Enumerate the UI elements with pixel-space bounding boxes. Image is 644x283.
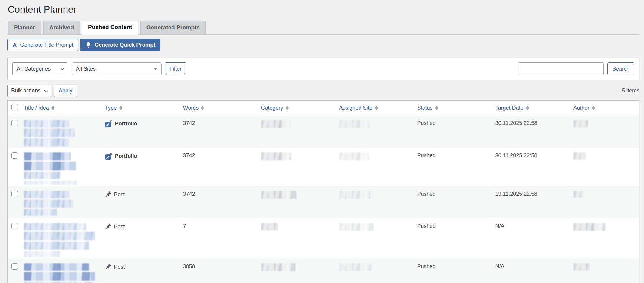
category-cell bbox=[261, 186, 339, 218]
prompt-buttons-row: A Generate Title Prompt Generate Quick P… bbox=[7, 39, 639, 51]
column-label: Assigned Site bbox=[339, 105, 373, 111]
pushed-content-table: Title / IdeaTypeWordsCategoryAssigned Si… bbox=[7, 100, 639, 283]
table-row: Post3742Pushed19.11.2025 22:58 bbox=[8, 186, 639, 218]
row-select-cell bbox=[8, 186, 23, 218]
search-button[interactable]: Search bbox=[607, 62, 634, 75]
column-label: Category bbox=[261, 105, 283, 111]
post-pin-icon bbox=[105, 263, 112, 270]
tab-archived[interactable]: Archived bbox=[43, 21, 80, 34]
row-checkbox[interactable] bbox=[12, 152, 18, 159]
search-input[interactable] bbox=[518, 62, 604, 75]
sort-arrows-icon bbox=[526, 106, 529, 110]
filter-button[interactable]: Filter bbox=[165, 62, 186, 75]
title-idea-cell bbox=[23, 115, 104, 148]
column-header-status: Status bbox=[417, 101, 495, 115]
type-cell: Portfolio bbox=[104, 115, 182, 148]
title-redacted-link[interactable] bbox=[24, 223, 102, 257]
title-idea-cell bbox=[23, 259, 104, 283]
sort-arrows-icon bbox=[375, 106, 378, 110]
row-checkbox[interactable] bbox=[12, 263, 18, 270]
author-cell bbox=[573, 218, 639, 259]
type-label: Post bbox=[114, 263, 125, 270]
tab-generated-prompts[interactable]: Generated Prompts bbox=[140, 21, 206, 34]
letter-a-icon: A bbox=[12, 42, 17, 48]
column-label: Status bbox=[417, 105, 433, 111]
tablenav-top: Bulk actions Apply 5 items bbox=[7, 85, 639, 97]
assigned-site-cell bbox=[339, 259, 417, 283]
tab-planner[interactable]: Planner bbox=[8, 21, 41, 34]
portfolio-icon bbox=[105, 152, 113, 160]
title-redacted-link[interactable] bbox=[24, 120, 102, 146]
category-cell bbox=[261, 259, 339, 283]
category-cell bbox=[261, 115, 339, 148]
generate-title-prompt-button[interactable]: A Generate Title Prompt bbox=[7, 39, 78, 51]
tab-pushed-content[interactable]: Pushed Content bbox=[82, 21, 138, 35]
portfolio-icon bbox=[105, 120, 113, 128]
sites-select-value: All Sites bbox=[76, 66, 96, 72]
select-all-checkbox[interactable] bbox=[12, 104, 18, 110]
category-redacted bbox=[261, 263, 296, 271]
target-date-value: 30.11.2025 22:58 bbox=[495, 115, 573, 148]
column-label: Title / Idea bbox=[24, 105, 49, 111]
author-cell bbox=[573, 186, 639, 218]
words-value: 3058 bbox=[182, 259, 261, 283]
type-label: Post bbox=[114, 223, 125, 230]
table-row: Portfolio3742Pushed30.11.2025 22:58 bbox=[8, 115, 639, 148]
assigned-site-redacted bbox=[339, 263, 371, 271]
sort-link-status[interactable]: Status bbox=[417, 105, 438, 111]
assigned-site-redacted bbox=[339, 152, 369, 160]
chevron-down-icon bbox=[60, 66, 64, 70]
title-idea-cell bbox=[23, 148, 104, 186]
column-header-words: Words bbox=[182, 101, 261, 115]
sort-link-assigned-site[interactable]: Assigned Site bbox=[339, 105, 378, 111]
chevron-down-icon bbox=[44, 88, 48, 92]
sort-link-title-idea[interactable]: Title / Idea bbox=[24, 105, 54, 111]
row-checkbox[interactable] bbox=[12, 223, 18, 229]
assigned-site-cell bbox=[339, 186, 417, 218]
words-value: 3742 bbox=[182, 115, 261, 148]
generate-quick-prompt-button[interactable]: Generate Quick Prompt bbox=[80, 39, 160, 51]
sort-link-author[interactable]: Author bbox=[573, 105, 595, 111]
sort-link-target-date[interactable]: Target Date bbox=[495, 105, 529, 111]
category-redacted bbox=[261, 223, 278, 230]
category-cell bbox=[261, 218, 339, 259]
content-planner-page: Content Planner PlannerArchivedPushed Co… bbox=[0, 0, 644, 283]
post-pin-icon bbox=[105, 191, 112, 198]
target-date-value: N/A bbox=[495, 218, 573, 259]
select-all-cell bbox=[8, 101, 23, 115]
words-value: 3742 bbox=[182, 148, 261, 186]
sort-arrows-icon bbox=[286, 106, 289, 110]
author-cell bbox=[573, 259, 639, 283]
filter-bar: All Categories All Sites Filter Search bbox=[7, 58, 639, 80]
author-cell bbox=[573, 115, 639, 148]
category-redacted bbox=[261, 120, 290, 128]
sort-link-words[interactable]: Words bbox=[183, 105, 204, 111]
title-redacted-link[interactable] bbox=[24, 263, 102, 283]
bulk-actions-select[interactable]: Bulk actions bbox=[7, 85, 51, 97]
column-header-target-date: Target Date bbox=[495, 101, 573, 115]
type-cell: Post bbox=[104, 218, 182, 259]
column-label: Words bbox=[183, 105, 199, 111]
status-value: Pushed bbox=[417, 186, 495, 218]
lightbulb-icon bbox=[85, 42, 91, 48]
page-title: Content Planner bbox=[8, 4, 639, 15]
title-idea-cell bbox=[23, 186, 104, 218]
post-pin-icon bbox=[105, 223, 112, 230]
row-checkbox[interactable] bbox=[12, 120, 18, 126]
category-redacted bbox=[261, 191, 297, 199]
apply-button[interactable]: Apply bbox=[54, 85, 77, 97]
title-redacted-link[interactable] bbox=[24, 152, 102, 185]
sort-arrows-icon bbox=[592, 106, 595, 110]
column-header-assigned-site: Assigned Site bbox=[339, 101, 417, 115]
column-header-title-idea: Title / Idea bbox=[23, 101, 104, 115]
row-checkbox[interactable] bbox=[12, 191, 18, 197]
sort-link-type[interactable]: Type bbox=[105, 105, 122, 111]
words-value: 3742 bbox=[182, 186, 261, 218]
row-select-cell bbox=[8, 218, 23, 259]
categories-select[interactable]: All Categories bbox=[12, 62, 67, 75]
sort-link-category[interactable]: Category bbox=[261, 105, 289, 111]
sites-select[interactable]: All Sites bbox=[72, 62, 162, 75]
status-value: Pushed bbox=[417, 148, 495, 186]
title-redacted-link[interactable] bbox=[24, 191, 102, 216]
target-date-value: 19.11.2025 22:58 bbox=[495, 186, 573, 218]
